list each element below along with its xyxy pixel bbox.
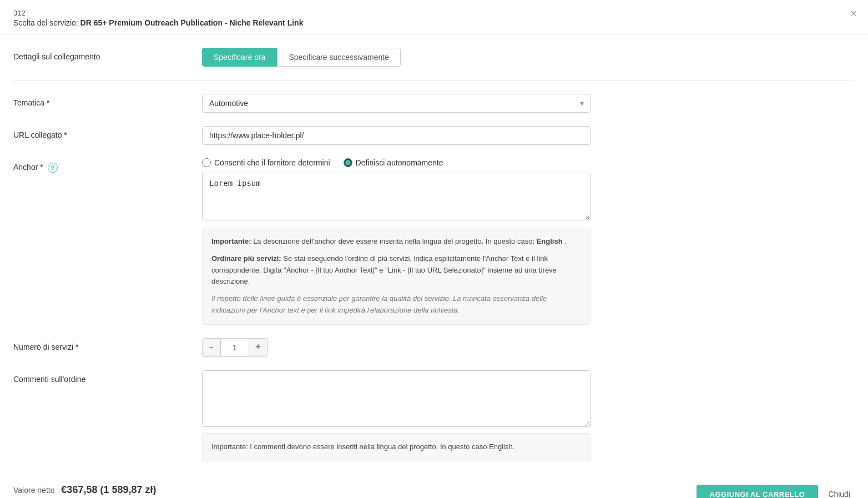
service-name: Scelta del servizio: DR 65+ Premium Outr…: [13, 18, 855, 27]
anchor-info-order: Ordinare più servizi: Se stai eseguendo …: [211, 253, 581, 288]
footer-actions: AGGIUNGI AL CARRELLO Chiudi: [697, 484, 855, 498]
comments-section: Commenti sull'ordine Importante: I comme…: [13, 370, 855, 461]
close-header-button[interactable]: ×: [850, 8, 857, 19]
anchor-info-box: Importante: La descrizione dell'anchor d…: [202, 228, 591, 325]
price-section: Valore netto €367,58 (1 589,87 zł) Prezz…: [13, 484, 156, 498]
important-prefix: Importante:: [211, 237, 251, 245]
tematica-label: Tematica *: [13, 94, 202, 107]
url-control: [202, 126, 591, 145]
anchor-label-text: Anchor *: [13, 163, 43, 172]
radio-define-option[interactable]: Definisci autonomamente: [344, 158, 443, 167]
radio-allow-option[interactable]: Consenti che il fornitore determini: [202, 158, 330, 167]
comments-textarea[interactable]: [202, 370, 591, 427]
anchor-help-icon[interactable]: ?: [48, 163, 58, 173]
qty-minus-button[interactable]: -: [202, 338, 221, 357]
modal-container: 312 Scelta del servizio: DR 65+ Premium …: [0, 0, 868, 498]
anchor-control: Consenti che il fornitore determini Defi…: [202, 158, 591, 325]
important-text: La descrizione dell'anchor deve essere i…: [253, 237, 537, 245]
anchor-radio-group: Consenti che il fornitore determini Defi…: [202, 158, 591, 167]
radio-define-input[interactable]: [344, 158, 352, 167]
valore-netto-label: Valore netto: [13, 486, 54, 495]
modal-footer: Valore netto €367,58 (1 589,87 zł) Prezz…: [0, 475, 868, 498]
modal-body: Dettagli sul collegamento Specificare or…: [0, 34, 868, 475]
connection-details-label: Dettagli sul collegamento: [13, 48, 202, 61]
service-label: Scelta del servizio:: [13, 18, 78, 27]
tematica-control: Automotive Technology Finance Health Tra…: [202, 94, 591, 113]
qty-value-input[interactable]: [221, 338, 249, 357]
important-language: English: [537, 237, 563, 245]
add-to-cart-button[interactable]: AGGIUNGI AL CARRELLO: [697, 485, 819, 498]
footer-close-button[interactable]: Chiudi: [824, 484, 855, 498]
url-label: URL collegato *: [13, 126, 202, 139]
url-input[interactable]: [202, 126, 591, 145]
qty-plus-button[interactable]: +: [249, 338, 268, 357]
anchor-info-italic: Il rispetto delle linee guida è essenzia…: [211, 293, 581, 316]
anchor-section: Anchor * ? Consenti che il fornitore det…: [13, 158, 855, 325]
order-prefix: Ordinare più servizi:: [211, 254, 281, 263]
radio-define-label: Definisci autonomamente: [356, 158, 443, 167]
quantity-stepper: - +: [202, 338, 591, 357]
tab-group-wrap: Specificare ora Specificare successivame…: [202, 48, 591, 67]
tematica-select[interactable]: Automotive Technology Finance Health Tra…: [202, 94, 591, 113]
url-section: URL collegato *: [13, 126, 855, 145]
comments-info-text: Importante: I commenti devono essere ins…: [211, 441, 581, 453]
tematica-section: Tematica * Automotive Technology Finance…: [13, 94, 855, 113]
anchor-textarea[interactable]: Lorem ipsum: [202, 173, 591, 220]
service-title: DR 65+ Premium Outreach Publication - Ni…: [80, 18, 304, 27]
qty-control: - +: [202, 338, 591, 357]
comments-info-box: Importante: I commenti devono essere ins…: [202, 433, 591, 461]
num-servizi-section: Numero di servizi * - +: [13, 338, 855, 357]
radio-allow-input[interactable]: [202, 158, 211, 167]
tab-specify-now[interactable]: Specificare ora: [202, 48, 277, 67]
modal-header: 312 Scelta del servizio: DR 65+ Premium …: [0, 0, 868, 34]
comments-label: Commenti sull'ordine: [13, 370, 202, 384]
anchor-label: Anchor * ?: [13, 158, 202, 173]
connection-details-section: Dettagli sul collegamento Specificare or…: [13, 48, 855, 67]
tab-specify-later[interactable]: Specificare successivamente: [277, 48, 401, 67]
comments-control: Importante: I commenti devono essere ins…: [202, 370, 591, 461]
price-value: €367,58 (1 589,87 zł): [61, 484, 156, 495]
num-servizi-label: Numero di servizi *: [13, 338, 202, 351]
anchor-info-important: Importante: La descrizione dell'anchor d…: [211, 236, 581, 248]
order-number: 312: [13, 9, 855, 17]
radio-allow-label: Consenti che il fornitore determini: [214, 158, 330, 167]
tab-group: Specificare ora Specificare successivame…: [202, 48, 591, 67]
tematica-select-wrap: Automotive Technology Finance Health Tra…: [202, 94, 591, 113]
divider-1: [13, 80, 855, 81]
important-end: .: [564, 237, 567, 245]
